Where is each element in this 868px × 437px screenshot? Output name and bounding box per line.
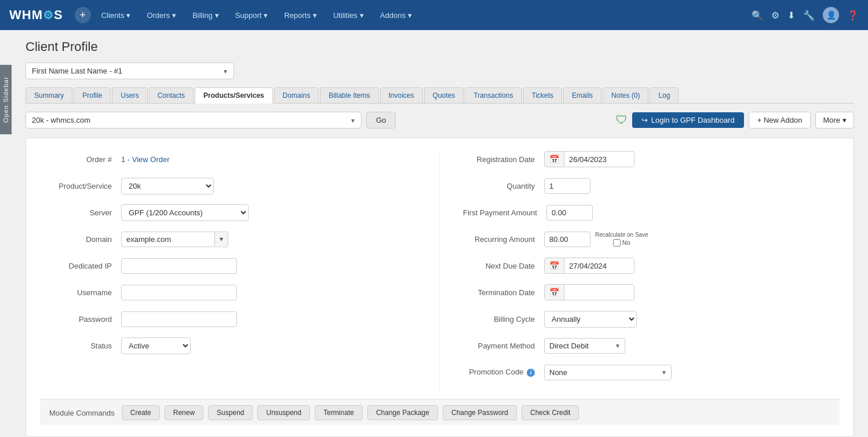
recalculate-checkbox[interactable] bbox=[613, 239, 621, 247]
dedicated-ip-row: Dedicated IP bbox=[40, 256, 416, 275]
tab-log[interactable]: Log bbox=[650, 87, 679, 103]
go-button[interactable]: Go bbox=[366, 112, 396, 128]
domain-input[interactable] bbox=[122, 232, 214, 247]
chevron-down-icon: ▾ bbox=[843, 116, 847, 124]
domain-row: Domain ▾ bbox=[40, 230, 416, 248]
nav-icons: 🔍 ⚙ ⬇ 🔧 👤 ❓ bbox=[752, 7, 859, 23]
change-password-button[interactable]: Change Password bbox=[443, 405, 517, 420]
nav-item-orders[interactable]: Orders ▾ bbox=[141, 8, 182, 23]
dedicated-ip-input[interactable] bbox=[121, 258, 237, 274]
tab-contacts[interactable]: Contacts bbox=[149, 87, 194, 103]
nav-item-addons[interactable]: Addons ▾ bbox=[374, 8, 418, 23]
nav-item-reports[interactable]: Reports ▾ bbox=[278, 8, 323, 23]
payment-method-label: Payment Method bbox=[463, 341, 544, 350]
nav-item-support-label: Support bbox=[235, 11, 262, 20]
domain-arrow-icon[interactable]: ▾ bbox=[214, 232, 228, 246]
username-label: Username bbox=[40, 288, 121, 297]
nav-item-orders-label: Orders bbox=[147, 11, 170, 20]
nav-item-clients[interactable]: Clients ▾ bbox=[96, 8, 137, 23]
product-row: Product/Service 20k bbox=[40, 177, 416, 195]
tab-profile[interactable]: Profile bbox=[74, 87, 111, 103]
login-btn-label: Login to GPF Dashboard bbox=[651, 116, 735, 124]
quantity-input[interactable]: 1 bbox=[544, 178, 590, 194]
tab-products[interactable]: Products/Services bbox=[195, 87, 273, 104]
recalculate-toggle[interactable]: No bbox=[613, 239, 630, 247]
search-icon[interactable]: 🔍 bbox=[752, 10, 763, 21]
module-commands-bar: Module Commands Create Renew Suspend Uns… bbox=[40, 399, 840, 425]
login-gpf-button[interactable]: ↪ Login to GPF Dashboard bbox=[632, 112, 744, 128]
tab-summary[interactable]: Summary bbox=[25, 87, 72, 103]
recurring-amount-input[interactable]: 80.00 bbox=[544, 232, 590, 247]
tab-billable[interactable]: Billable Items bbox=[320, 87, 378, 103]
next-due-date-input[interactable]: 27/04/2024 bbox=[564, 259, 634, 273]
module-commands-label: Module Commands bbox=[49, 409, 115, 417]
chevron-down-icon: ▾ bbox=[126, 11, 130, 20]
tab-domains[interactable]: Domains bbox=[274, 87, 319, 103]
client-selector: First Name Last Name - #1 bbox=[25, 63, 854, 79]
termination-date-row: Termination Date 📅 bbox=[463, 283, 840, 302]
order-value[interactable]: 1 - View Order bbox=[121, 155, 170, 164]
logo: WHM⚙S bbox=[9, 8, 63, 23]
tab-notes[interactable]: Notes (0) bbox=[603, 87, 648, 103]
tab-quotes[interactable]: Quotes bbox=[424, 87, 464, 103]
nav-item-billing[interactable]: Billing ▾ bbox=[187, 8, 225, 23]
create-button[interactable]: Create bbox=[122, 405, 160, 420]
calendar-icon: 📅 bbox=[545, 258, 564, 273]
next-due-date-input-wrapper: 📅 27/04/2024 bbox=[544, 258, 634, 274]
promo-code-select[interactable]: None bbox=[544, 365, 672, 380]
promotion-code-label-text: Promotion Code bbox=[469, 368, 523, 376]
suspend-button[interactable]: Suspend bbox=[208, 405, 253, 420]
service-select[interactable]: 20k - whmcs.com bbox=[25, 112, 362, 128]
billing-cycle-select[interactable]: Monthly Quarterly Semi-Annually Annually… bbox=[544, 311, 637, 328]
nav-item-utilities[interactable]: Utilities ▾ bbox=[327, 8, 370, 23]
status-select[interactable]: Active Pending Suspended Terminated Canc… bbox=[121, 337, 191, 354]
tab-emails[interactable]: Emails bbox=[563, 87, 601, 103]
new-addon-button[interactable]: + New Addon bbox=[749, 112, 811, 128]
order-label: Order # bbox=[40, 155, 121, 164]
avatar[interactable]: 👤 bbox=[823, 7, 839, 23]
terminate-button[interactable]: Terminate bbox=[315, 405, 363, 420]
content-area: Client Profile First Name Last Name - #1… bbox=[12, 30, 868, 437]
recalculate-no: No bbox=[622, 239, 630, 246]
service-bar-actions: 🛡 ↪ Login to GPF Dashboard + New Addon M… bbox=[616, 112, 854, 128]
password-input[interactable]: 6-5t8kJbpF-Yxx1 bbox=[121, 311, 237, 327]
tab-tickets[interactable]: Tickets bbox=[523, 87, 563, 103]
sidebar-tab[interactable]: Open Sidebar bbox=[0, 65, 12, 134]
termination-date-label: Termination Date bbox=[463, 288, 544, 297]
tabs-bar: Summary Profile Users Contacts Products/… bbox=[25, 87, 854, 104]
change-package-button[interactable]: Change Package bbox=[367, 405, 438, 420]
registration-date-input[interactable]: 26/04/2023 bbox=[564, 152, 634, 167]
chevron-down-icon: ▾ bbox=[313, 11, 317, 20]
logo-gear: ⚙ bbox=[43, 9, 54, 21]
gear-icon[interactable]: ⚙ bbox=[771, 10, 779, 21]
client-select[interactable]: First Name Last Name - #1 bbox=[25, 63, 234, 79]
detail-grid: Order # 1 - View Order Product/Service 2… bbox=[40, 150, 840, 390]
renew-button[interactable]: Renew bbox=[165, 405, 203, 420]
nav-item-support[interactable]: Support ▾ bbox=[229, 8, 274, 23]
registration-date-row: Registration Date 📅 26/04/2023 bbox=[463, 150, 840, 168]
main-container: Open Sidebar Client Profile First Name L… bbox=[0, 30, 868, 437]
tab-users[interactable]: Users bbox=[112, 87, 147, 103]
help-icon[interactable]: ❓ bbox=[847, 10, 859, 21]
add-button[interactable]: + bbox=[75, 7, 91, 23]
wrench-icon[interactable]: 🔧 bbox=[803, 10, 815, 21]
first-payment-row: First Payment Amount 0.00 bbox=[463, 203, 840, 222]
chevron-down-icon: ▾ bbox=[264, 11, 268, 20]
product-select[interactable]: 20k bbox=[121, 178, 214, 194]
first-payment-input[interactable]: 0.00 bbox=[546, 205, 593, 221]
more-button[interactable]: More ▾ bbox=[815, 112, 854, 128]
termination-date-input[interactable] bbox=[564, 285, 634, 300]
password-row: Password 6-5t8kJbpF-Yxx1 bbox=[40, 310, 416, 328]
tab-invoices[interactable]: Invoices bbox=[380, 87, 423, 103]
server-select[interactable]: GPF (1/200 Accounts) bbox=[121, 204, 249, 221]
download-icon[interactable]: ⬇ bbox=[787, 10, 795, 21]
calendar-icon: 📅 bbox=[545, 285, 564, 300]
nav-item-reports-label: Reports bbox=[284, 11, 311, 20]
payment-method-select[interactable]: Direct Debit Credit Card PayPal Bank Tra… bbox=[544, 338, 625, 354]
unsuspend-button[interactable]: Unsuspend bbox=[257, 405, 310, 420]
username-input[interactable] bbox=[121, 285, 237, 300]
chevron-down-icon: ▾ bbox=[360, 11, 364, 20]
check-credit-button[interactable]: Check Credit bbox=[521, 405, 579, 420]
tab-transactions[interactable]: Transactions bbox=[465, 87, 521, 103]
service-select-wrapper: 20k - whmcs.com bbox=[25, 112, 362, 128]
